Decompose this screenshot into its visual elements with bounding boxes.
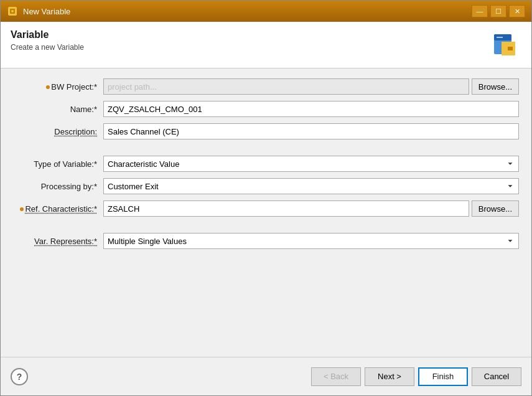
bw-project-label: BW Project:* [13, 82, 103, 92]
finish-button[interactable]: Finish [418, 367, 468, 386]
cancel-button[interactable]: Cancel [472, 367, 521, 386]
form-content: BW Project:* Browse... Name:* ZQV_ZSALCH… [1, 68, 531, 357]
name-row: Name:* ZQV_ZSALCH_CMO_001 [13, 101, 519, 117]
title-bar: New Variable — ☐ ✕ [1, 1, 531, 22]
name-label: Name:* [13, 105, 103, 114]
var-represents-row: Var. Represents:* Multiple Single Values… [13, 233, 519, 249]
dialog-icon [7, 6, 18, 17]
header-text: Variable Create a new Variable [11, 29, 84, 52]
description-label: Description: [13, 127, 103, 136]
minimize-button[interactable]: — [472, 5, 488, 17]
ref-characteristic-row: Ref. Characteristic:* ZSALCH Browse... [13, 200, 519, 217]
footer: ? < Back Next > Finish Cancel [1, 357, 531, 395]
ref-characteristic-input[interactable]: ZSALCH [103, 200, 469, 217]
footer-right: < Back Next > Finish Cancel [311, 367, 521, 386]
header-subtitle: Create a new Variable [11, 43, 84, 52]
maximize-button[interactable]: ☐ [490, 5, 506, 17]
close-button[interactable]: ✕ [509, 5, 525, 17]
title-bar-controls: — ☐ ✕ [472, 5, 525, 17]
title-bar-left: New Variable [7, 6, 70, 17]
ref-characteristic-browse-button[interactable]: Browse... [472, 200, 519, 217]
back-button[interactable]: < Back [311, 367, 361, 386]
header-icon [492, 29, 521, 59]
title-bar-title: New Variable [23, 7, 70, 16]
processing-by-select[interactable]: Customer Exit Manual Input / Default Rep… [103, 178, 519, 194]
type-of-variable-row: Type of Variable:* Characteristic Value … [13, 156, 519, 172]
svg-marker-7 [508, 47, 513, 50]
var-represents-label: Var. Represents:* [13, 237, 103, 246]
bw-project-input[interactable] [103, 78, 469, 95]
orange-marker [46, 85, 50, 89]
svg-point-2 [11, 10, 14, 12]
next-button[interactable]: Next > [365, 367, 414, 386]
footer-left: ? [11, 368, 28, 385]
type-of-variable-select[interactable]: Characteristic Value Hierarchy Hierarchy… [103, 156, 519, 172]
bw-project-row: BW Project:* Browse... [13, 78, 519, 95]
svg-rect-8 [497, 37, 503, 38]
processing-by-row: Processing by:* Customer Exit Manual Inp… [13, 178, 519, 194]
description-row: Description: Sales Channel (CE) [13, 123, 519, 139]
bw-project-browse-button[interactable]: Browse... [472, 78, 519, 95]
ref-characteristic-label: Ref. Characteristic:* [13, 204, 103, 214]
description-input[interactable]: Sales Channel (CE) [103, 123, 519, 139]
ref-characteristic-input-group: ZSALCH Browse... [103, 200, 519, 217]
orange-marker-ref [20, 207, 24, 211]
var-represents-select[interactable]: Multiple Single Values Single Value Inte… [103, 233, 519, 249]
type-of-variable-label: Type of Variable:* [13, 159, 103, 169]
help-button[interactable]: ? [11, 368, 28, 385]
processing-by-label: Processing by:* [13, 182, 103, 191]
header-title: Variable [11, 29, 84, 40]
dialog-window: New Variable — ☐ ✕ Variable Create a new… [0, 0, 532, 396]
bw-project-input-group: Browse... [103, 78, 519, 95]
header-section: Variable Create a new Variable [1, 22, 531, 68]
name-input[interactable]: ZQV_ZSALCH_CMO_001 [103, 101, 519, 117]
